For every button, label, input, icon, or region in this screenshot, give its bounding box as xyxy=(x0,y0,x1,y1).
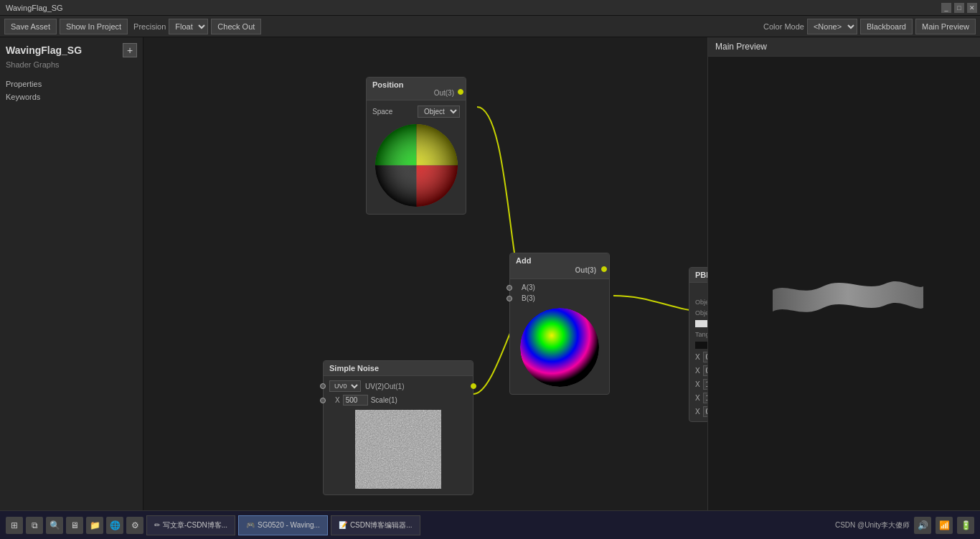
taskbar-right-text: CSDN @Unity李大傻师 xyxy=(835,520,910,530)
pbr-vertex-normal-row: Object Space · · Vertex Normal(3) xyxy=(689,296,707,307)
add-node-button[interactable]: + xyxy=(123,43,137,57)
close-button[interactable]: ✕ xyxy=(967,3,977,13)
search-button[interactable]: 🔍 xyxy=(46,517,63,534)
precision-label: Precision xyxy=(133,22,166,31)
pbr-alphaclip-row: X · · AlphaClip Threshold(1) xyxy=(689,405,707,418)
simple-noise-node: Simple Noise UV0 UV(2) Out(1) X Scale(1) xyxy=(323,360,473,495)
taskbar-item-1[interactable]: ✏ 写文章-CSDN博客... xyxy=(146,515,235,535)
cloth-svg xyxy=(765,268,923,326)
save-asset-button[interactable]: Save Asset xyxy=(4,19,57,34)
position-space-row: Space Object xyxy=(367,103,466,120)
noise-uv-row: UV0 UV(2) Out(1) xyxy=(324,379,473,393)
position-space-select[interactable]: Object xyxy=(418,106,460,118)
noise-preview xyxy=(355,410,441,489)
pbr-smoothness-row: X · · Smoothness(1) xyxy=(689,364,707,378)
alphaclip-input[interactable] xyxy=(703,406,707,417)
color-mode-label: Color Mode xyxy=(763,22,804,31)
sidebar-title-text: WavingFlag_SG xyxy=(6,44,82,56)
noise-scale-label: Scale(1) xyxy=(371,396,397,404)
sidebar-item-properties[interactable]: Properties xyxy=(6,78,137,90)
taskbar-icon-1[interactable]: 🖥 xyxy=(66,517,83,534)
pbr-occlusion-row: X · · Occlusion(1) xyxy=(689,378,707,391)
add-a-port[interactable] xyxy=(507,285,512,291)
main-preview-canvas xyxy=(708,57,980,539)
restore-button[interactable]: □ xyxy=(954,3,964,13)
add-b-label: B(3) xyxy=(522,294,535,302)
position-out-port[interactable] xyxy=(458,89,463,95)
pbr-alpha-row: X · Alpha(1) xyxy=(689,391,707,405)
pbr-emission-row: · · Emission(3) xyxy=(689,339,707,350)
canvas-area[interactable]: Position Out(3) Space Object xyxy=(143,37,707,539)
title-bar: WavingFlag_SG _ □ ✕ xyxy=(0,0,980,16)
sidebar: WavingFlag_SG + Shader Graphs Properties… xyxy=(0,37,143,539)
taskbar-icon-2[interactable]: 📁 xyxy=(86,517,103,534)
add-out-port[interactable] xyxy=(601,266,607,272)
toolbar: Save Asset Show In Project Precision Flo… xyxy=(0,16,980,37)
taskbar-tray-icon-2[interactable]: 📶 xyxy=(936,517,953,534)
smoothness-input[interactable] xyxy=(703,365,707,376)
taskbar-tray-icon-1[interactable]: 🔊 xyxy=(914,517,931,534)
position-preview xyxy=(375,124,458,207)
sidebar-subtitle: Shader Graphs xyxy=(6,60,137,69)
minimize-button[interactable]: _ xyxy=(941,3,951,13)
pbr-master-node: PBR Master Vertex Position(3) Object Spa… xyxy=(689,267,707,422)
svg-point-8 xyxy=(520,308,599,387)
noise-uv-port[interactable] xyxy=(320,383,326,389)
pbr-normal-row: Tangent Space · · Normal(3) xyxy=(689,329,707,339)
noise-scale-row: X Scale(1) xyxy=(324,393,473,407)
main-content: WavingFlag_SG + Shader Graphs Properties… xyxy=(0,37,980,539)
taskbar-right: CSDN @Unity李大傻师 🔊 📶 🔋 xyxy=(835,517,974,534)
pbr-albedo-row: · · Albedo(3) xyxy=(689,318,707,329)
noise-scale-port[interactable] xyxy=(320,398,326,403)
taskbar-item-2[interactable]: 🎮 SG0520 - Waving... xyxy=(238,515,328,535)
cloth-preview xyxy=(765,268,923,327)
blackboard-button[interactable]: Blackboard xyxy=(860,19,913,34)
color-mode-select[interactable]: <None> xyxy=(807,19,857,34)
alpha-input[interactable] xyxy=(703,393,707,403)
add-sphere-svg xyxy=(520,308,599,387)
taskbar-item-3-label: CSDN博客编辑器... xyxy=(350,520,413,530)
simple-noise-header: Simple Noise xyxy=(324,361,473,376)
pbr-vertex-position-row: Vertex Position(3) xyxy=(689,286,707,296)
start-button[interactable]: ⊞ xyxy=(6,517,23,534)
simple-noise-body: UV0 UV(2) Out(1) X Scale(1) xyxy=(324,376,473,495)
window-title: WavingFlag_SG xyxy=(6,4,63,12)
noise-preview-svg xyxy=(355,410,441,489)
svg-point-5 xyxy=(375,124,458,207)
position-space-label: Space xyxy=(372,108,392,116)
main-preview-panel: Main Preview xyxy=(707,37,980,539)
precision-select[interactable]: Float xyxy=(169,19,208,34)
taskview-button[interactable]: ⧉ xyxy=(26,517,43,534)
simple-noise-title: Simple Noise xyxy=(329,364,379,372)
occlusion-input[interactable] xyxy=(703,379,707,390)
position-node-header: Position Out(3) xyxy=(367,78,466,100)
taskbar-item-3-icon: 📝 xyxy=(339,521,347,529)
add-node-body: A(3) B(3) xyxy=(510,279,609,394)
pbr-master-header: PBR Master xyxy=(689,268,707,283)
taskbar-icon-3[interactable]: 🌐 xyxy=(106,517,123,534)
taskbar-item-1-icon: ✏ xyxy=(154,521,160,529)
noise-out-port[interactable] xyxy=(471,383,476,389)
add-b-port[interactable] xyxy=(507,296,512,301)
noise-out-label: Out(1) xyxy=(384,383,404,390)
noise-scale-input[interactable] xyxy=(343,395,368,406)
noise-x-label: X xyxy=(335,396,340,404)
main-preview-header: Main Preview xyxy=(708,37,980,57)
add-sphere-preview xyxy=(520,308,599,387)
taskbar-icon-4[interactable]: ⚙ xyxy=(126,517,143,534)
emission-swatch xyxy=(695,342,707,349)
add-node: Add Out(3) A(3) B(3) xyxy=(509,253,610,395)
taskbar-tray-icon-3[interactable]: 🔋 xyxy=(957,517,974,534)
sidebar-item-keywords[interactable]: Keywords xyxy=(6,90,137,103)
main-preview-button[interactable]: Main Preview xyxy=(915,19,976,34)
window-controls: _ □ ✕ xyxy=(941,3,977,13)
pbr-master-body: Vertex Position(3) Object Space · · Vert… xyxy=(689,283,707,421)
show-in-project-button[interactable]: Show In Project xyxy=(60,19,128,34)
check-out-button[interactable]: Check Out xyxy=(211,19,261,34)
svg-rect-9 xyxy=(355,410,441,489)
add-out-label: Out(3) xyxy=(575,266,596,274)
metallic-input[interactable] xyxy=(703,352,707,362)
pbr-master-title: PBR Master xyxy=(695,271,707,279)
noise-uv-select[interactable]: UV0 xyxy=(329,380,361,392)
taskbar-item-3[interactable]: 📝 CSDN博客编辑器... xyxy=(331,515,420,535)
